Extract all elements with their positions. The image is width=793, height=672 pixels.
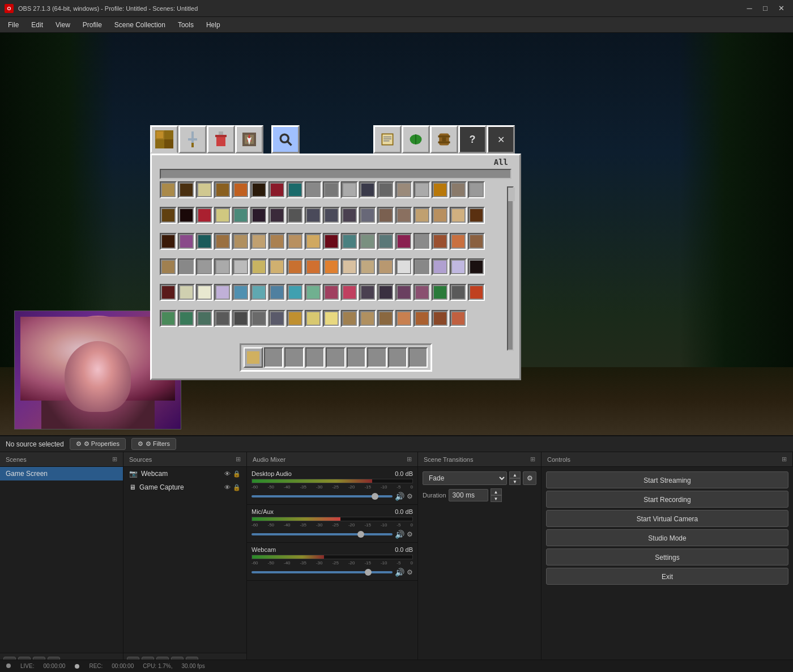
webcam-audio-vol-icon[interactable]: 🔊 [395, 568, 404, 577]
scene-item-game-screen[interactable]: Game Screen [0, 467, 123, 480]
inv-slot[interactable] [432, 310, 449, 327]
inv-slot[interactable] [413, 207, 430, 224]
inventory-tab-leaf[interactable] [402, 125, 430, 154]
properties-button[interactable]: ⚙ ⚙ Properties [70, 438, 126, 450]
inv-slot[interactable] [287, 181, 304, 198]
duration-spin-up[interactable]: ▲ [491, 488, 502, 495]
inv-slot[interactable] [287, 284, 304, 301]
transition-select[interactable]: Fade Cut Stinger Slide Wipe [423, 471, 507, 485]
menu-profile[interactable]: Profile [77, 19, 108, 31]
inv-slot[interactable] [232, 207, 249, 224]
inv-slot[interactable] [250, 233, 267, 250]
mic-aux-thumb[interactable] [357, 531, 364, 538]
inv-slot[interactable] [196, 181, 213, 198]
inv-slot[interactable] [214, 207, 231, 224]
inventory-tab-compass[interactable] [235, 125, 263, 154]
inv-slot[interactable] [413, 284, 430, 301]
inventory-tab-close[interactable]: ✕ [487, 125, 515, 154]
inv-slot[interactable] [232, 258, 249, 275]
inv-slot[interactable] [268, 233, 285, 250]
menu-file[interactable]: File [2, 19, 24, 31]
hotbar-slot-6[interactable] [347, 347, 366, 368]
mic-aux-settings-icon[interactable]: ⚙ [407, 530, 413, 538]
inv-slot[interactable] [250, 258, 267, 275]
inv-slot[interactable] [377, 207, 394, 224]
inv-slot[interactable] [450, 207, 467, 224]
webcam-audio-thumb[interactable] [365, 569, 372, 576]
mic-aux-slider[interactable] [251, 533, 393, 535]
inv-slot[interactable] [196, 284, 213, 301]
controls-expand-icon[interactable]: ⊞ [782, 456, 787, 463]
inv-slot[interactable] [305, 310, 322, 327]
mic-aux-vol-icon[interactable]: 🔊 [395, 530, 404, 539]
filters-button[interactable]: ⚙ ⚙ Filters [131, 438, 176, 450]
inv-slot[interactable] [268, 207, 285, 224]
inv-slot[interactable] [287, 310, 304, 327]
settings-button[interactable]: Settings [546, 548, 788, 565]
inv-slot[interactable] [178, 310, 195, 327]
inv-slot[interactable] [323, 310, 340, 327]
transition-spin-down[interactable]: ▼ [509, 478, 521, 485]
source-item-game-capture[interactable]: 🖥 Game Capture 👁 🔒 [123, 480, 246, 494]
start-virtual-camera-button[interactable]: Start Virtual Camera [546, 510, 788, 527]
inventory-tab-help[interactable]: ? [458, 125, 487, 154]
inv-slot[interactable] [432, 258, 449, 275]
inv-slot[interactable] [160, 284, 177, 301]
hotbar-slot-3[interactable] [284, 347, 304, 368]
inv-slot[interactable] [214, 233, 231, 250]
scenes-expand-icon[interactable]: ⊞ [112, 456, 117, 463]
source-item-webcam[interactable]: 📷 Webcam 👁 🔒 [123, 467, 246, 480]
inv-slot[interactable] [341, 258, 358, 275]
inv-slot[interactable] [323, 284, 340, 301]
inv-slot[interactable] [341, 310, 358, 327]
desktop-audio-thumb[interactable] [372, 493, 378, 500]
inv-slot[interactable] [432, 284, 449, 301]
inv-slot[interactable] [377, 181, 394, 198]
hotbar-slot-2[interactable] [264, 347, 283, 368]
inv-slot[interactable] [287, 233, 304, 250]
inv-slot[interactable] [323, 207, 340, 224]
inv-slot[interactable] [232, 284, 249, 301]
transition-settings-button[interactable]: ⚙ [523, 471, 536, 485]
game-capture-visibility-icon[interactable]: 👁 [224, 484, 231, 491]
audio-expand-icon[interactable]: ⊞ [407, 456, 412, 463]
inv-slot[interactable] [450, 258, 467, 275]
inv-slot[interactable] [196, 233, 213, 250]
inv-slot[interactable] [305, 233, 322, 250]
inv-slot[interactable] [377, 284, 394, 301]
inv-slot[interactable] [413, 258, 430, 275]
inv-slot[interactable] [232, 310, 249, 327]
close-button[interactable]: ✕ [774, 3, 788, 14]
inv-slot[interactable] [341, 233, 358, 250]
inventory-scrollbar[interactable] [507, 186, 514, 351]
inv-slot[interactable] [287, 258, 304, 275]
inv-slot[interactable] [395, 284, 412, 301]
inv-slot[interactable] [450, 233, 467, 250]
hotbar-slot-7[interactable] [367, 347, 386, 368]
start-streaming-button[interactable]: Start Streaming [546, 471, 788, 488]
menu-scene-collection[interactable]: Scene Collection [109, 19, 171, 31]
inv-slot[interactable] [250, 207, 267, 224]
inv-slot[interactable] [468, 284, 485, 301]
hotbar-slot-4[interactable] [305, 347, 325, 368]
inv-slot[interactable] [287, 207, 304, 224]
inv-slot[interactable] [160, 233, 177, 250]
inv-slot[interactable] [196, 310, 213, 327]
inventory-tab-sword[interactable] [178, 125, 207, 154]
inv-slot[interactable] [359, 181, 376, 198]
inv-slot[interactable] [468, 233, 485, 250]
transition-spin-up[interactable]: ▲ [509, 471, 521, 478]
inv-slot[interactable] [305, 181, 322, 198]
webcam-audio-slider[interactable] [251, 571, 393, 573]
inv-slot[interactable] [395, 310, 412, 327]
inv-slot[interactable] [232, 181, 249, 198]
inv-slot[interactable] [395, 233, 412, 250]
game-capture-lock-icon[interactable]: 🔒 [233, 484, 241, 491]
inv-slot[interactable] [178, 233, 195, 250]
maximize-button[interactable]: □ [758, 3, 773, 14]
studio-mode-button[interactable]: Studio Mode [546, 529, 788, 546]
duration-spin-down[interactable]: ▼ [491, 495, 502, 502]
inv-slot[interactable] [413, 233, 430, 250]
inv-slot[interactable] [377, 233, 394, 250]
webcam-lock-icon[interactable]: 🔒 [233, 470, 241, 478]
